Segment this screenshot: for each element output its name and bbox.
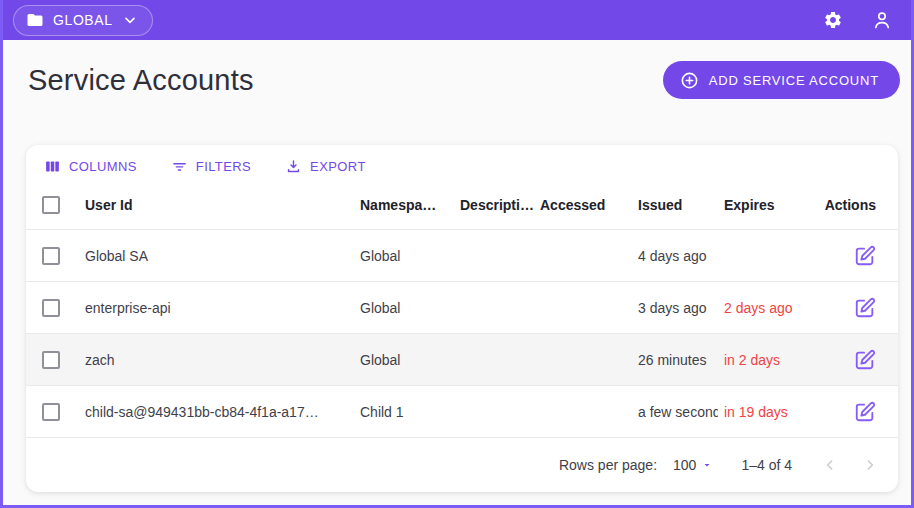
cell-issued: 26 minutes [638, 352, 718, 368]
cell-issued: 4 days ago [638, 248, 718, 264]
column-header-actions: Actions [810, 197, 898, 213]
cell-user-id: enterprise-api [75, 300, 360, 316]
cell-expires: 2 days ago [724, 300, 795, 316]
table-row: child-sa@949431bb-cb84-4f1a-a17… Child 1… [26, 386, 898, 438]
table-row: Global SA Global 4 days ago [26, 230, 898, 282]
rows-per-page-label: Rows per page: [559, 457, 657, 473]
previous-page-button[interactable] [816, 451, 844, 479]
columns-icon [44, 158, 61, 175]
app-bar: GLOBAL [3, 0, 911, 40]
chevron-down-icon [122, 12, 138, 28]
select-all-checkbox[interactable] [42, 196, 60, 214]
edit-square-icon [854, 245, 876, 267]
cell-expires: in 2 days [724, 352, 795, 368]
table-toolbar: COLUMNS FILTERS EXPORT [26, 145, 898, 180]
filters-button[interactable]: FILTERS [171, 158, 251, 175]
cell-expires: in 19 days [724, 404, 795, 420]
table-row: enterprise-api Global 3 days ago 2 days … [26, 282, 898, 334]
rows-per-page-select[interactable]: 100 [673, 457, 713, 473]
cell-issued: 3 days ago [638, 300, 718, 316]
edit-button[interactable] [854, 245, 876, 267]
filter-lines-icon [171, 158, 188, 175]
cell-namespace: Global [360, 248, 460, 264]
row-checkbox[interactable] [42, 247, 60, 265]
settings-button[interactable] [823, 10, 843, 30]
column-header-expires[interactable]: Expires [724, 197, 795, 213]
cell-namespace: Global [360, 352, 460, 368]
person-icon [871, 9, 893, 31]
service-accounts-card: COLUMNS FILTERS EXPORT User Id Namespa… … [26, 145, 898, 492]
cell-user-id: child-sa@949431bb-cb84-4f1a-a17… [75, 404, 360, 420]
page-header: Service Accounts ADD SERVICE ACCOUNT [3, 40, 911, 99]
scope-label: GLOBAL [53, 12, 113, 28]
filters-label: FILTERS [196, 159, 251, 174]
scope-selector[interactable]: GLOBAL [13, 5, 153, 36]
edit-square-icon [854, 401, 876, 423]
export-button[interactable]: EXPORT [285, 158, 366, 175]
account-button[interactable] [871, 9, 893, 31]
column-header-description[interactable]: Descripti… [460, 197, 540, 213]
cell-namespace: Global [360, 300, 460, 316]
plus-circle-icon [680, 71, 699, 90]
table-header-row: User Id Namespa… Descripti… Accessed Iss… [26, 180, 898, 230]
cell-namespace: Child 1 [360, 404, 460, 420]
table-footer: Rows per page: 100 1–4 of 4 [26, 438, 898, 492]
add-service-account-button[interactable]: ADD SERVICE ACCOUNT [663, 61, 900, 99]
rows-per-page-value: 100 [673, 457, 696, 473]
chevron-right-icon [862, 457, 878, 473]
download-icon [285, 158, 302, 175]
add-service-account-label: ADD SERVICE ACCOUNT [709, 73, 879, 88]
column-header-accessed[interactable]: Accessed [540, 197, 638, 213]
edit-button[interactable] [854, 297, 876, 319]
edit-square-icon [854, 297, 876, 319]
pagination-range: 1–4 of 4 [741, 457, 792, 473]
column-header-issued[interactable]: Issued [638, 197, 718, 213]
cell-user-id: zach [75, 352, 360, 368]
export-label: EXPORT [310, 159, 366, 174]
columns-label: COLUMNS [69, 159, 137, 174]
table-row: zach Global 26 minutes in 2 days [26, 334, 898, 386]
edit-square-icon [854, 349, 876, 371]
column-header-user-id[interactable]: User Id [75, 197, 360, 213]
table-body: Global SA Global 4 days ago [26, 230, 898, 438]
cell-issued: a few seconds [638, 404, 718, 420]
chevron-left-icon [822, 457, 838, 473]
columns-button[interactable]: COLUMNS [44, 158, 137, 175]
triangle-down-icon [701, 459, 713, 471]
column-header-namespace[interactable]: Namespa… [360, 197, 460, 213]
folder-icon [26, 11, 44, 29]
edit-button[interactable] [854, 401, 876, 423]
row-checkbox[interactable] [42, 403, 60, 421]
gear-icon [823, 10, 843, 30]
edit-button[interactable] [854, 349, 876, 371]
row-checkbox[interactable] [42, 351, 60, 369]
cell-user-id: Global SA [75, 248, 360, 264]
row-checkbox[interactable] [42, 299, 60, 317]
page-title: Service Accounts [28, 64, 254, 97]
next-page-button[interactable] [856, 451, 884, 479]
